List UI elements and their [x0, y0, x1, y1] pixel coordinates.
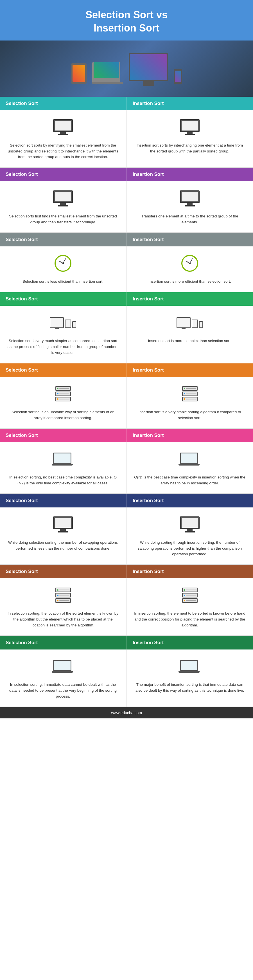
content-left-9: In selection sorting, immediate data can… [0, 649, 126, 706]
server-dot-2 [184, 595, 185, 596]
content-right-4: Insertion sort is more complex than sele… [126, 306, 253, 363]
laptop-base-icon [178, 464, 200, 466]
left-text-2: Selection sorts first finds the smallest… [7, 213, 119, 225]
section-header-right-8: Insertion Sort [126, 565, 253, 578]
section-header-right-3: Insertion Sort [126, 233, 253, 247]
right-label-5: Insertion Sort [133, 368, 164, 373]
phone-device [174, 68, 182, 84]
section-header-right-5: Insertion Sort [126, 363, 253, 377]
section-header-left-4: Selection Sort [0, 292, 126, 306]
left-label-1: Selection Sort [6, 101, 38, 106]
left-text-6: In selection sorting, no best case time … [7, 474, 119, 486]
left-text-7: While doing selection sorting, the numbe… [7, 540, 119, 552]
right-icon-container-1 [177, 116, 202, 138]
multi-phone-icon [72, 321, 76, 328]
server-unit-2 [182, 391, 197, 396]
right-icon-container-5 [177, 383, 202, 405]
server-line-1 [59, 388, 69, 389]
monitor-screen-icon [181, 192, 198, 201]
server-dot-3 [57, 398, 59, 400]
laptop-base-icon [178, 671, 200, 673]
multi-monitor-icon [177, 317, 191, 328]
section-header-4: Selection Sort Insertion Sort [0, 292, 253, 306]
server-unit-1 [182, 588, 197, 592]
monitor-icon [180, 119, 200, 135]
server-dot-1 [184, 388, 185, 389]
server-line-3 [186, 600, 196, 601]
left-icon-container-3 [50, 252, 76, 275]
server-unit-2 [56, 593, 71, 597]
section-row-9: Selection Sort Insertion Sort In selecti… [0, 636, 253, 707]
clock-minute-hand [63, 258, 66, 263]
monitor-stand-icon [60, 529, 66, 531]
hero-image [0, 40, 253, 97]
section-row-1: Selection Sort Insertion Sort Sele [0, 97, 253, 168]
right-text-9: The major benefit of insertion sorting i… [134, 682, 246, 694]
right-text-2: Transfers one element at a time to the s… [134, 213, 246, 225]
left-icon-container-8 [50, 584, 76, 606]
section-header-right-6: Insertion Sort [126, 429, 253, 442]
left-icon-container-5 [50, 383, 76, 405]
server-line-3 [59, 399, 69, 399]
content-row-6: In selection sorting, no best case time … [0, 442, 253, 493]
content-row-2: Selection sorts first finds the smallest… [0, 181, 253, 232]
monitor-screen-icon [55, 121, 71, 130]
section-row-5: Selection Sort Insertion Sort [0, 363, 253, 429]
left-text-5: Selection sorting is an unstable way of … [7, 409, 119, 421]
section-header-6: Selection Sort Insertion Sort [0, 429, 253, 442]
left-label-5: Selection Sort [6, 368, 38, 373]
section-header-right-2: Insertion Sort [126, 168, 253, 181]
monitor-icon [53, 119, 73, 135]
server-line-1 [186, 388, 196, 389]
server-line-3 [186, 399, 196, 399]
clock-icon [54, 255, 72, 272]
content-row-8: In selection sorting, the location of th… [0, 578, 253, 635]
monitor-icon [53, 191, 73, 206]
left-icon-container-4 [50, 311, 76, 334]
section-header-9: Selection Sort Insertion Sort [0, 636, 253, 649]
section-header-left-8: Selection Sort [0, 565, 126, 578]
content-right-8: In insertion sorting, the element to be … [126, 578, 253, 635]
section-header-left-6: Selection Sort [0, 429, 126, 442]
page-header: Selection Sort vs Insertion Sort [0, 0, 253, 40]
monitor-device [129, 53, 168, 81]
section-row-6: Selection Sort Insertion Sort In selecti… [0, 429, 253, 494]
right-label-7: Insertion Sort [133, 498, 164, 503]
left-icon-container-9 [50, 655, 76, 678]
content-row-7: While doing selection sorting, the numbe… [0, 508, 253, 565]
server-dot-1 [184, 589, 185, 591]
multidevice-icon [177, 317, 203, 328]
laptop-device [92, 61, 123, 84]
laptop-icon [53, 453, 73, 466]
left-label-8: Selection Sort [6, 569, 38, 574]
laptop-screen-icon [53, 660, 72, 671]
right-icon-container-8 [177, 584, 202, 606]
left-icon-container-2 [50, 187, 76, 209]
laptop-icon [180, 453, 200, 466]
monitor-stand-icon [187, 529, 193, 531]
section-header-left-2: Selection Sort [0, 168, 126, 181]
clock-hour-hand [59, 261, 63, 264]
left-label-6: Selection Sort [6, 433, 38, 438]
server-dot-2 [184, 393, 185, 395]
server-icon [56, 386, 71, 401]
left-icon-container-1 [50, 116, 76, 138]
monitor-stand-icon [60, 132, 66, 134]
monitor-stand-icon [60, 203, 66, 205]
content-row-3: Selection sort is less efficient than in… [0, 247, 253, 292]
left-icon-container-6 [50, 448, 76, 470]
section-header-left-1: Selection Sort [0, 97, 126, 110]
server-dot-2 [57, 595, 59, 596]
content-left-2: Selection sorts first finds the smallest… [0, 181, 126, 232]
monitor-icon [180, 517, 200, 532]
section-header-right-4: Insertion Sort [126, 292, 253, 306]
section-row-3: Selection Sort Insertion Sort Selection … [0, 233, 253, 292]
multi-phone-icon [199, 321, 203, 328]
left-text-8: In selection sorting, the location of th… [7, 611, 119, 628]
tablet-device [71, 63, 87, 84]
section-header-left-9: Selection Sort [0, 636, 126, 649]
multi-tablet-icon [65, 320, 71, 328]
content-left-4: Selection sort is very much simpler as c… [0, 306, 126, 363]
server-line-2 [186, 595, 196, 595]
section-header-7: Selection Sort Insertion Sort [0, 494, 253, 508]
